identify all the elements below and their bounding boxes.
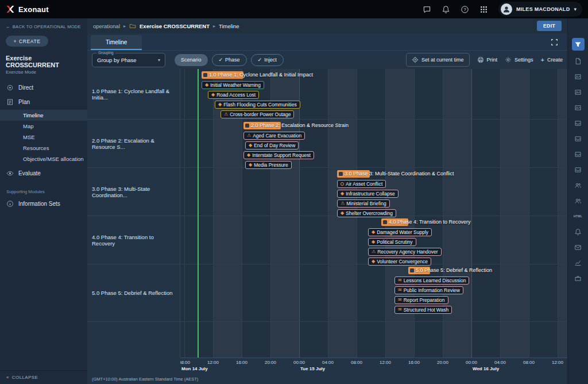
button-label: Settings: [514, 57, 533, 63]
mail-icon[interactable]: [572, 242, 585, 252]
breadcrumb-exercise[interactable]: Exercise CROSSCURRENT: [140, 23, 210, 29]
phase-group-text: 2.0 Phase 2: Escalation & Resource S...: [92, 137, 175, 150]
phase-label: 1.0 Phase 1: Cyclone Landfall & Initial …: [209, 71, 313, 79]
archive-icon-4[interactable]: [572, 164, 585, 175]
sidebar-item-label: Plan: [18, 99, 30, 105]
inject-item[interactable]: ◆Damaged Water Supply: [368, 228, 432, 236]
chip-phase[interactable]: ✓ Phase: [212, 54, 247, 66]
sidebar-item-label: Information Sets: [18, 201, 60, 207]
inject-item[interactable]: Air Asset Conflict: [337, 180, 386, 188]
edit-button[interactable]: EDIT: [537, 21, 562, 31]
toolbar-right-actions: Set at current time Print Settings +: [406, 53, 563, 67]
day-label: Mon 14 July: [181, 366, 208, 371]
chat-icon[interactable]: [423, 5, 431, 14]
sidebar-item-information-sets[interactable]: Information Sets: [0, 197, 87, 211]
chip-inject[interactable]: ✓ Inject: [251, 54, 284, 66]
inject-item[interactable]: ◆Road Access Lost: [208, 91, 259, 99]
sidebar-item-evaluate[interactable]: Evaluate: [0, 166, 87, 181]
archive-icon-1[interactable]: [572, 118, 585, 128]
diamond-icon: ◆: [341, 191, 344, 196]
sidebar-item-label: Evaluate: [18, 170, 41, 176]
left-sidebar: ← BACK TO OPERATIONAL MODE + CREATE Exer…: [0, 18, 87, 384]
image-panel-icon-2[interactable]: [572, 87, 585, 97]
archive-icon-2[interactable]: [572, 133, 585, 144]
grouping-select[interactable]: Grouping Group by Phase ▾: [92, 53, 165, 67]
filter-chips: Scenario ✓ Phase ✓ Inject: [175, 54, 284, 66]
chart-icon[interactable]: [572, 258, 585, 268]
apps-grid-icon[interactable]: [479, 5, 488, 14]
breadcrumb-separator-icon: ▸: [123, 24, 126, 29]
inject-item[interactable]: ⚠Aged Care Evacuation: [243, 132, 305, 140]
diamond-icon: ◆: [247, 153, 250, 158]
file-icon[interactable]: [572, 56, 585, 66]
html-icon[interactable]: HTML: [572, 211, 585, 221]
inject-item[interactable]: ✉Report Preparation: [394, 296, 448, 304]
image-panel-icon-3[interactable]: [572, 102, 585, 113]
print-button[interactable]: Print: [477, 56, 498, 63]
create-button[interactable]: + CREATE: [6, 36, 48, 47]
time-tick-label: 20:00: [437, 360, 448, 365]
sidebar-item-mse[interactable]: MSE: [0, 132, 87, 143]
time-tick-label: 12:00: [552, 360, 563, 365]
inject-item[interactable]: ✉Lessons Learned Discussion: [394, 277, 469, 285]
inject-item[interactable]: ✉Public Information Review: [394, 286, 463, 294]
inject-item[interactable]: ◆End of Day Review: [245, 141, 299, 149]
supporting-modules-heading: Supporting Modules: [0, 181, 87, 197]
diamond-icon: ◆: [341, 211, 344, 216]
bell-icon[interactable]: [572, 226, 585, 237]
plan-sub-items: Timeline Map MSE Resources Objective/MSE…: [0, 109, 87, 166]
fullscreen-icon[interactable]: [551, 38, 558, 45]
filter-icon[interactable]: [572, 38, 585, 51]
sidebar-item-map[interactable]: Map: [0, 121, 87, 132]
inject-item[interactable]: ◆Infrastructure Collapse: [337, 190, 399, 198]
inject-item[interactable]: ◆Political Scrutiny: [368, 238, 416, 246]
inject-label: Recovery Agency Handover: [377, 249, 438, 255]
inject-label: Interstate Support Request: [252, 152, 311, 158]
bell-icon[interactable]: [442, 5, 450, 14]
inject-item[interactable]: ⚠Recovery Agency Handover: [368, 248, 442, 256]
time-tick-label: 04:00: [322, 360, 334, 365]
chip-scenario[interactable]: Scenario: [175, 54, 208, 66]
mail-icon: ✉: [398, 298, 402, 302]
top-bar: Exonaut ? MILES MACDONALD ▾: [0, 0, 588, 18]
sidebar-item-plan[interactable]: Plan: [0, 95, 87, 109]
user-menu[interactable]: MILES MACDONALD ▾: [498, 2, 582, 17]
right-tool-rail: HTML: [567, 18, 588, 384]
image-panel-icon-1[interactable]: [572, 71, 585, 82]
create-inject-button[interactable]: + Create: [541, 57, 563, 63]
time-tick-label: 08:00: [523, 360, 535, 365]
sidebar-item-timeline[interactable]: Timeline: [0, 110, 87, 121]
set-at-current-time-button[interactable]: Set at current time: [406, 53, 470, 67]
inject-item[interactable]: ◆Flash Flooding Cuts Communities: [215, 101, 300, 109]
check-icon: ✓: [258, 57, 262, 63]
sidebar-item-objective-mse-allocation[interactable]: Objective/MSE allocation: [0, 153, 87, 164]
svg-text:?: ?: [463, 7, 466, 12]
inject-item[interactable]: ⚠Ministerial Briefing: [337, 199, 390, 208]
settings-button[interactable]: Settings: [505, 56, 533, 63]
tab-timeline[interactable]: Timeline: [91, 35, 142, 50]
sidebar-item-direct[interactable]: Direct: [0, 80, 87, 95]
plus-icon: +: [541, 57, 544, 63]
inject-item[interactable]: ◆Initial Weather Warning: [202, 81, 264, 89]
collapse-sidebar-button[interactable]: « COLLAPSE: [0, 370, 87, 384]
inject-item[interactable]: ✉Structured Hot Wash: [394, 306, 452, 314]
users-icon-1[interactable]: [572, 180, 585, 190]
briefcase-icon[interactable]: [572, 273, 585, 283]
users-icon-2[interactable]: [572, 195, 585, 206]
collapse-label: COLLAPSE: [12, 375, 38, 380]
archive-icon-3[interactable]: [572, 149, 585, 159]
brand[interactable]: Exonaut: [6, 5, 49, 14]
inject-label: Air Asset Conflict: [346, 181, 382, 187]
timeline-row: 2.0 Phase 2: Escalation & Resource Strai…: [180, 120, 567, 168]
ring-icon: [341, 182, 344, 186]
help-icon[interactable]: ?: [461, 5, 469, 14]
inject-item[interactable]: ⚠Cross-border Power Outage: [220, 110, 294, 118]
phase-group-label: 4.0 Phase 4: Transition to Recovery: [87, 216, 180, 264]
back-label: BACK TO OPERATIONAL MODE: [13, 24, 81, 29]
sidebar-item-resources[interactable]: Resources: [0, 143, 87, 153]
inject-item[interactable]: ◆Interstate Support Request: [243, 151, 314, 159]
back-to-operational-link[interactable]: ← BACK TO OPERATIONAL MODE: [0, 18, 87, 29]
breadcrumb-root[interactable]: operational: [93, 23, 120, 29]
chevron-down-icon: ▾: [158, 57, 160, 63]
exercise-subtitle: Exercise Mode: [0, 68, 87, 80]
